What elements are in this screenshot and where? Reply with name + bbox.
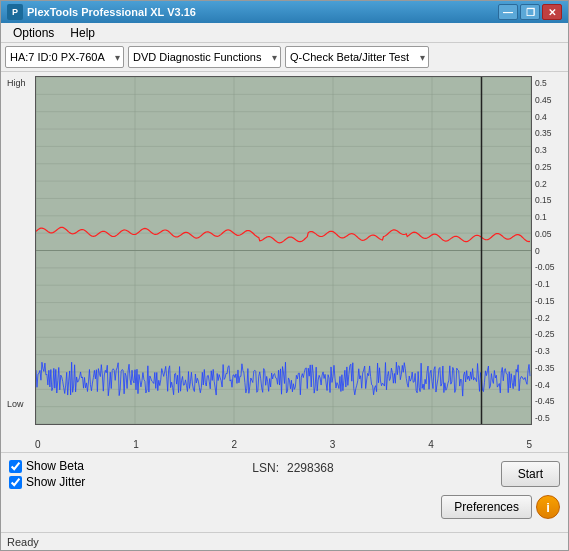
lsn-label: LSN:: [252, 461, 279, 475]
preferences-button[interactable]: Preferences: [441, 495, 532, 519]
main-window: P PlexTools Professional XL V3.16 — ❐ ✕ …: [0, 0, 569, 551]
test-dropdown-wrapper: Q-Check Beta/Jitter Test: [285, 46, 429, 68]
test-dropdown[interactable]: Q-Check Beta/Jitter Test: [285, 46, 429, 68]
show-jitter-checkbox[interactable]: [9, 476, 22, 489]
minimize-button[interactable]: —: [498, 4, 518, 20]
bottom-panel: Show Beta Show Jitter LSN: 2298368 Start…: [1, 452, 568, 532]
menu-options[interactable]: Options: [5, 24, 62, 42]
menu-help[interactable]: Help: [62, 24, 103, 42]
title-bar: P PlexTools Professional XL V3.16 — ❐ ✕: [1, 1, 568, 23]
close-button[interactable]: ✕: [542, 4, 562, 20]
lsn-value: 2298368: [287, 461, 334, 475]
toolbar: HA:7 ID:0 PX-760A DVD Diagnostic Functio…: [1, 43, 568, 72]
checkboxes-group: Show Beta Show Jitter: [9, 459, 85, 489]
restore-button[interactable]: ❐: [520, 4, 540, 20]
app-icon: P: [7, 4, 23, 20]
show-jitter-text: Show Jitter: [26, 475, 85, 489]
controls-row: Show Beta Show Jitter LSN: 2298368 Start: [9, 459, 560, 489]
menu-bar: Options Help: [1, 23, 568, 43]
function-dropdown-wrapper: DVD Diagnostic Functions: [128, 46, 281, 68]
chart-area: High Low 0.5 0.45 0.4 0.35 0.3 0.25 0.2 …: [1, 72, 568, 452]
info-button[interactable]: i: [536, 495, 560, 519]
function-dropdown[interactable]: DVD Diagnostic Functions: [128, 46, 281, 68]
start-button[interactable]: Start: [501, 461, 560, 487]
preferences-row: Preferences i: [9, 495, 560, 519]
x-axis-labels: 0 1 2 3 4 5: [5, 439, 564, 452]
device-dropdown-wrapper: HA:7 ID:0 PX-760A: [5, 46, 124, 68]
high-label: High: [7, 78, 26, 88]
status-bar: Ready: [1, 532, 568, 550]
right-axis-labels: 0.5 0.45 0.4 0.35 0.3 0.25 0.2 0.15 0.1 …: [532, 76, 564, 425]
chart-canvas: [36, 77, 531, 424]
window-controls: — ❐ ✕: [498, 4, 562, 20]
show-jitter-label[interactable]: Show Jitter: [9, 475, 85, 489]
low-label: Low: [7, 399, 24, 409]
show-beta-text: Show Beta: [26, 459, 84, 473]
window-title: PlexTools Professional XL V3.16: [27, 6, 498, 18]
device-dropdown[interactable]: HA:7 ID:0 PX-760A: [5, 46, 124, 68]
show-beta-label[interactable]: Show Beta: [9, 459, 85, 473]
status-text: Ready: [7, 536, 39, 548]
lsn-area: LSN: 2298368: [252, 459, 333, 475]
show-beta-checkbox[interactable]: [9, 460, 22, 473]
